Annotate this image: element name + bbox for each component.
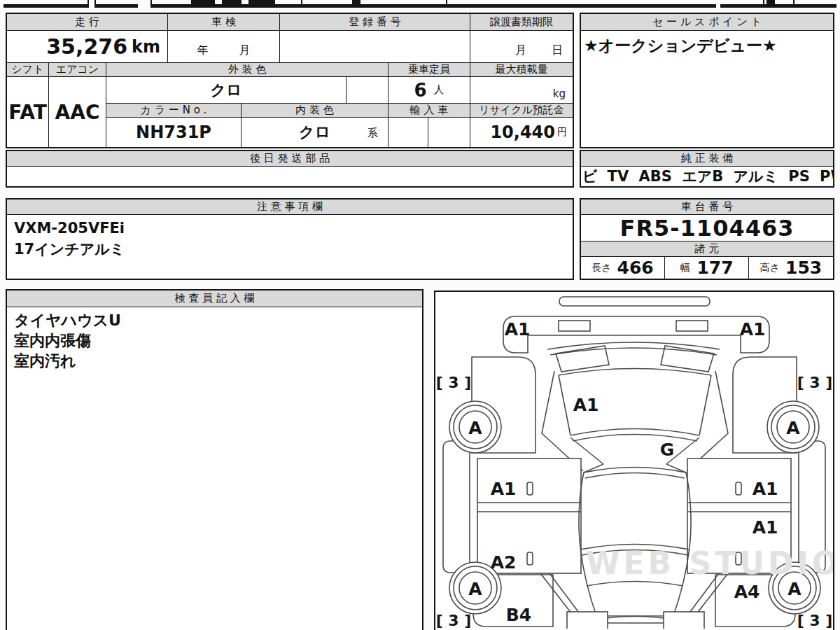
mileage-value: 35,276 [46, 34, 127, 59]
payload-unit: kg [553, 88, 566, 100]
roof-front-arc-1 [584, 468, 686, 473]
main-info-table: 走 行 車 検 登 録 番 号 譲渡書類期限 35,276 km 年 月 月 日… [6, 13, 574, 148]
chassis-header: 車 台 番 号 [581, 200, 833, 215]
tire-front-right: [ 3 ] [797, 374, 833, 391]
spec-length-value: 466 [617, 258, 654, 278]
damage-rear-right-wheel: A [788, 579, 802, 599]
inspection-month-label: 月 [239, 43, 251, 58]
rocker-right [799, 441, 825, 573]
damage-rear-left-wheel: A [468, 579, 482, 599]
damage-cowl: G [660, 440, 675, 460]
pillar-fold-right [687, 371, 728, 471]
capacity-header: 乗車定員 [388, 63, 470, 77]
inspector-block: 検 査 員 記 入 欄 タイヤハウスU 室内内張傷 室内汚れ [6, 289, 424, 630]
transfer-month-label: 月 [515, 43, 526, 58]
inspector-header: 検 査 員 記 入 欄 [7, 290, 422, 307]
import-cell-2 [428, 118, 470, 147]
bumper-plate-right [676, 321, 708, 331]
headlight-left [556, 346, 609, 372]
later-parts-cell [7, 167, 573, 186]
aircon-cell: AAC [49, 77, 106, 147]
spec-height-value: 153 [785, 258, 822, 278]
capacity-cell: 6 人 [388, 77, 470, 104]
damage-left-rear-door: A2 [491, 552, 517, 573]
front-bumper [503, 316, 769, 353]
damage-right-front-door: A1 [752, 479, 778, 499]
chassis-cell: FR5-1104463 [581, 215, 833, 241]
notes-header: 注 意 事 項 欄 [7, 200, 573, 215]
damage-front-right-wheel: A [786, 418, 800, 438]
hood-top-arc [559, 369, 711, 376]
aircon-value: AAC [55, 101, 100, 124]
capacity-unit: 人 [434, 83, 444, 97]
payload-cell: kg [470, 77, 573, 104]
spec-length-cell: 長さ 466 [581, 257, 665, 279]
shift-cell: FAT [7, 77, 49, 147]
import-cell-1 [388, 118, 428, 147]
inspector-line: 室内汚れ [14, 351, 418, 371]
registration-cell [280, 31, 470, 63]
aircon-header: エアコン [49, 63, 106, 77]
roof-mid-arc-2 [582, 550, 688, 556]
fragment-border [4, 4, 836, 8]
notes-line: 17インチアルミ [14, 239, 568, 260]
inspection-cell: 年 月 [168, 31, 280, 63]
registration-header: 登 録 番 号 [280, 14, 470, 31]
inspector-line: タイヤハウスU [14, 310, 418, 330]
damage-front-bumper-left: A1 [505, 319, 531, 340]
hood-bottom-arc-2 [573, 435, 697, 442]
car-diagram: A1 A1 A1 G A1 A2 A1 A1 A4 B4 A A A A [ 3… [435, 292, 833, 629]
recycle-unit: 円 [557, 126, 567, 139]
equipment-value: ナビ TV ABS エアB アルミ PS PW [581, 167, 833, 186]
spec-width-value: 177 [696, 258, 733, 278]
shift-header: シフト [7, 63, 49, 77]
pillar-fold-left [542, 371, 583, 471]
notes-lines: VXM-205VFEi 17インチアルミ [14, 218, 568, 260]
notes-line: VXM-205VFEi [14, 218, 568, 239]
exterior-color-cell: クロ [106, 77, 346, 104]
tire-front-left: [ 3 ] [436, 374, 472, 391]
interior-color-value: クロ [299, 122, 330, 143]
transfer-docs-header: 譲渡書類期限 [470, 14, 573, 31]
specs-header: 諸 元 [581, 241, 833, 257]
rear-bumper-right-box [664, 612, 704, 629]
capacity-value: 6 [414, 80, 426, 101]
sales-point-block: セ ー ル ス ポ イ ン ト ★オークションデビュー★ [580, 13, 834, 148]
recycle-header: リサイクル預託金 [470, 104, 573, 118]
spec-width-cell: 幅 177 [665, 257, 749, 279]
auction-sheet: 走 行 車 検 登 録 番 号 譲渡書類期限 35,276 km 年 月 月 日… [0, 0, 840, 630]
damage-front-bumper-right: A1 [740, 319, 766, 340]
tire-rear-right: [ 3 ] [797, 612, 833, 629]
transfer-day-label: 日 [552, 43, 563, 58]
shift-value: FAT [8, 101, 47, 124]
exterior-color-extra-cell [346, 77, 388, 104]
equipment-cell: ナビ TV ABS エアB アルミ PS PW [581, 167, 833, 186]
color-no-cell: NH731P [106, 118, 241, 147]
cropped-row-fragment [4, 0, 836, 8]
later-parts-block: 後 日 発 送 部 品 [6, 150, 574, 188]
tire-rear-left: [ 3 ] [436, 612, 472, 629]
payload-header: 最大積載量 [470, 63, 573, 77]
roof-mid-arc-1 [580, 545, 690, 550]
notes-block: 注 意 事 項 欄 VXM-205VFEi 17インチアルミ [6, 198, 574, 280]
hood-side-right [699, 375, 711, 435]
damage-hood: A1 [573, 395, 599, 415]
spec-height-cell: 高さ 153 [749, 257, 833, 279]
later-parts-header: 後 日 発 送 部 品 [7, 151, 573, 167]
inspector-cell: タイヤハウスU 室内内張傷 室内汚れ [7, 307, 422, 629]
interior-color-suffix: 系 [368, 127, 378, 140]
damage-diagram-block: A1 A1 A1 G A1 A2 A1 A1 A4 B4 A A A A [ 3… [434, 290, 834, 630]
cabin-side-left [579, 464, 603, 620]
sales-point-cell: ★オークションデビュー★ [581, 31, 833, 147]
hood-side-left [559, 375, 570, 435]
color-no-header: カ ラ ー N o . [106, 104, 241, 118]
transfer-docs-cell: 月 日 [470, 31, 573, 63]
interior-color-cell: クロ 系 [241, 118, 388, 147]
exterior-color-value: クロ [210, 80, 241, 101]
spec-width-label: 幅 [680, 262, 690, 274]
recycle-cell: 10,440 円 [470, 118, 573, 147]
roof-strip [559, 297, 710, 306]
damage-front-left-wheel: A [468, 418, 482, 438]
inspector-line: 室内内張傷 [14, 330, 418, 351]
roof-front-arc-2 [585, 473, 685, 479]
